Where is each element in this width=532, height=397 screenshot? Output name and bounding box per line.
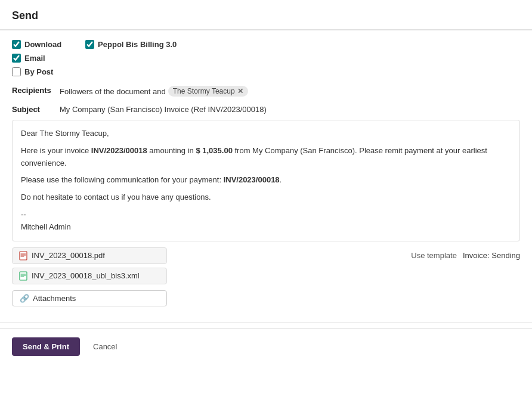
dialog-footer: Send & Print Cancel [0, 328, 532, 364]
download-checkbox[interactable] [12, 40, 21, 49]
xml-filename: INV_2023_00018_ubl_bis3.xml [32, 271, 140, 280]
signature-dash: -- [21, 209, 511, 221]
send-dialog: Send Download Peppol Bis Billing 3.0 Ema… [0, 0, 532, 364]
pdf-filename: INV_2023_00018.pdf [32, 251, 105, 260]
recipient-tag[interactable]: The Stormy Teacup ✕ [168, 86, 248, 97]
template-value: Invoice: Sending [463, 251, 520, 260]
bypost-checkbox[interactable] [12, 67, 21, 76]
subject-label: Subject [12, 103, 60, 114]
dialog-title: Send [12, 10, 38, 21]
tag-remove-icon[interactable]: ✕ [237, 87, 243, 95]
xml-icon [18, 271, 28, 281]
peppol-checkbox[interactable] [85, 40, 94, 49]
email-line1: Here is your invoice INV/2023/00018 amou… [21, 145, 511, 170]
attachment-pdf[interactable]: INV_2023_00018.pdf [12, 247, 167, 264]
svg-rect-1 [20, 272, 27, 280]
signature-name: Mitchell Admin [21, 221, 511, 234]
recipients-value: Followers of the document and The Stormy… [60, 83, 520, 97]
checkboxes-row1: Download Peppol Bis Billing 3.0 [12, 40, 520, 49]
attachment-xml[interactable]: INV_2023_00018_ubl_bis3.xml [12, 268, 167, 284]
recipients-row: Recipients Followers of the document and… [12, 83, 520, 97]
send-print-button[interactable]: Send & Print [12, 337, 80, 356]
email-greeting: Dear The Stormy Teacup, [21, 128, 511, 140]
peppol-checkbox-label[interactable]: Peppol Bis Billing 3.0 [85, 40, 177, 49]
bottom-row: INV_2023_00018.pdf INV_2023_00018_ubl_bi… [12, 247, 520, 306]
use-template-link[interactable]: Use template [411, 251, 457, 260]
use-template-container: Use template Invoice: Sending [411, 251, 520, 260]
email-line2: Please use the following communication f… [21, 174, 511, 187]
recipients-container: Followers of the document and The Stormy… [60, 86, 520, 97]
recipients-label: Recipients [12, 83, 60, 95]
peppol-label: Peppol Bis Billing 3.0 [98, 40, 177, 49]
download-label: Download [24, 40, 61, 49]
attachments-button[interactable]: 🔗 Attachments [12, 290, 167, 306]
pdf-icon [18, 251, 28, 260]
email-checkbox-label[interactable]: Email [12, 54, 45, 63]
attachments-list: INV_2023_00018.pdf INV_2023_00018_ubl_bi… [12, 247, 167, 306]
email-line3: Do not hesitate to contact us if you hav… [21, 191, 511, 204]
recipients-text: Followers of the document and [60, 87, 166, 96]
bypost-checkbox-label[interactable]: By Post [12, 67, 53, 76]
email-body-area[interactable]: Dear The Stormy Teacup, Here is your inv… [12, 120, 520, 241]
email-label: Email [24, 54, 45, 63]
download-checkbox-label[interactable]: Download [12, 40, 61, 49]
tag-label: The Stormy Teacup [173, 87, 235, 95]
svg-rect-0 [20, 252, 27, 260]
attachments-btn-label: Attachments [33, 294, 76, 303]
dialog-body: Download Peppol Bis Billing 3.0 Email By… [0, 30, 532, 316]
checkboxes-row3: By Post [12, 67, 520, 76]
email-signature: -- Mitchell Admin [21, 209, 511, 234]
dialog-header: Send [0, 0, 532, 30]
paperclip-icon: 🔗 [20, 294, 29, 303]
email-checkbox[interactable] [12, 54, 21, 63]
checkboxes-row2: Email [12, 54, 520, 63]
cancel-button[interactable]: Cancel [86, 337, 124, 356]
subject-row: Subject My Company (San Francisco) Invoi… [12, 103, 520, 114]
subject-value: My Company (San Francisco) Invoice (Ref … [60, 103, 520, 114]
bypost-label: By Post [24, 67, 53, 76]
